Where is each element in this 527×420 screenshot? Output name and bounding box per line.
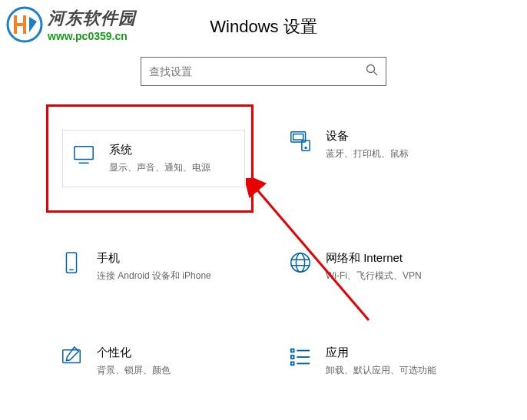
svg-point-8 [305,147,307,148]
tile-title: 设备 [326,129,475,144]
svg-point-1 [367,65,375,73]
watermark-logo [6,6,43,43]
tile-system[interactable]: 系统 显示、声音、通知、电源 [46,104,254,213]
svg-rect-17 [291,356,294,359]
monitor-icon [72,143,95,166]
tile-phone[interactable]: 手机 连接 Android 设备和 iPhone [54,242,252,292]
svg-rect-16 [291,349,294,352]
svg-point-11 [291,253,310,272]
tile-desc: 连接 Android 设备和 iPhone [97,269,246,283]
tile-title: 个性化 [97,346,246,360]
watermark-title: 河东软件园 [48,7,136,30]
tile-title: 系统 [109,143,214,157]
tile-apps[interactable]: 应用 卸载、默认应用、可选功能 [283,336,481,386]
svg-line-2 [374,72,378,76]
svg-point-12 [296,253,304,272]
paintbrush-icon [60,346,83,369]
tile-title: 网络和 Internet [326,251,475,266]
settings-tiles: 系统 显示、声音、通知、电源 设备 蓝牙、打印机、鼠标 [0,120,527,420]
svg-rect-3 [75,147,93,160]
search-icon [366,64,378,79]
globe-icon [289,251,312,274]
tile-desc: 显示、声音、通知、电源 [109,160,214,174]
tile-desc: 卸载、默认应用、可选功能 [326,363,475,377]
tile-title: 手机 [97,251,246,266]
tile-title: 应用 [326,346,475,360]
tile-personalization[interactable]: 个性化 背景、锁屏、颜色 [54,336,252,386]
watermark: 河东软件园 www.pc0359.cn [6,6,136,43]
tile-desc: Wi-Fi、飞行模式、VPN [326,269,475,283]
tile-desc: 背景、锁屏、颜色 [97,363,246,377]
watermark-url: www.pc0359.cn [48,30,136,42]
tile-network[interactable]: 网络和 Internet Wi-Fi、飞行模式、VPN [283,242,481,292]
svg-rect-6 [293,134,303,141]
svg-rect-18 [291,362,294,365]
devices-icon [289,129,312,152]
tile-desc: 蓝牙、打印机、鼠标 [326,147,475,160]
tile-devices[interactable]: 设备 蓝牙、打印机、鼠标 [283,120,481,197]
phone-icon [60,251,83,274]
apps-list-icon [289,346,312,369]
search-box[interactable] [141,57,386,86]
search-input[interactable] [149,65,366,78]
